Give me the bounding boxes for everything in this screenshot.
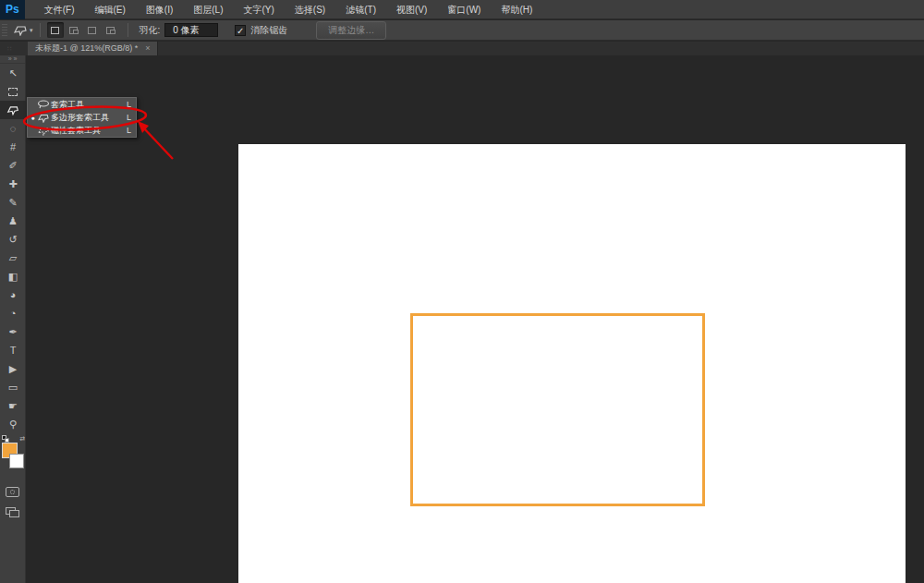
- zoom-icon: ⚲: [9, 419, 17, 431]
- eraser-icon: ▱: [9, 252, 17, 264]
- lasso-icon: [36, 100, 51, 109]
- canvas-workspace[interactable]: [26, 55, 924, 583]
- feather-input[interactable]: [164, 23, 218, 37]
- gradient-icon: ◧: [8, 271, 18, 283]
- brush-tool[interactable]: ✎: [0, 193, 26, 212]
- quick-selection-tool[interactable]: ◌: [0, 119, 26, 138]
- blur-icon: ◕: [10, 289, 17, 300]
- path-selection-tool[interactable]: ▶: [0, 359, 26, 378]
- type-icon: T: [10, 345, 17, 356]
- menu-image[interactable]: 图像(I): [136, 0, 183, 19]
- menu-layer[interactable]: 图层(L): [183, 0, 233, 19]
- eraser-tool[interactable]: ▱: [0, 249, 26, 267]
- menu-item-label: 套索工具: [51, 99, 127, 111]
- move-tool[interactable]: ↖: [0, 64, 26, 82]
- hand-icon: ☛: [8, 400, 18, 412]
- photoshop-logo: Ps: [0, 0, 25, 19]
- document-title: 未标题-1 @ 121%(RGB/8) *: [35, 42, 138, 55]
- toolbar-collapse-button[interactable]: » »: [0, 55, 25, 64]
- crop-tool[interactable]: #: [0, 138, 26, 156]
- polygonal-lasso-icon: [13, 24, 28, 36]
- menu-window[interactable]: 窗口(W): [437, 0, 491, 19]
- shortcut-key: L: [127, 126, 134, 135]
- options-bar-grip: [2, 24, 7, 37]
- document-tab[interactable]: 未标题-1 @ 121%(RGB/8) * ×: [28, 42, 158, 55]
- menu-item-polygonal-lasso-tool[interactable]: ● 多边形套索工具 L: [28, 111, 136, 124]
- menu-select[interactable]: 选择(S): [285, 0, 335, 19]
- menu-edit[interactable]: 编辑(E): [84, 0, 135, 19]
- polygonal-selection-rectangle: [410, 313, 705, 506]
- selected-bullet: ●: [30, 115, 36, 121]
- shortcut-key: L: [127, 113, 134, 122]
- new-selection-button[interactable]: [47, 22, 64, 38]
- quick-selection-icon: ◌: [10, 123, 17, 134]
- path-selection-icon: ▶: [9, 363, 17, 375]
- menu-item-lasso-tool[interactable]: ● 套索工具 L: [28, 98, 136, 111]
- feather-label: 羽化:: [140, 24, 161, 37]
- brush-icon: ✎: [8, 197, 17, 209]
- dock-grip: ∷: [7, 45, 12, 53]
- crop-icon: #: [10, 141, 16, 152]
- photoshop-window: Ps 文件(F) 编辑(E) 图像(I) 图层(L) 文字(Y) 选择(S) 滤…: [0, 0, 924, 583]
- background-color-swatch[interactable]: [9, 454, 24, 468]
- healing-brush-icon: ✚: [8, 178, 17, 190]
- eyedropper-icon: ✐: [8, 160, 17, 172]
- refine-edge-button[interactable]: 调整边缘…: [316, 21, 386, 40]
- divider: [40, 23, 41, 37]
- quick-mask-icon: [10, 490, 15, 494]
- dodge-icon: ◔: [10, 308, 17, 319]
- pen-tool[interactable]: ✒: [0, 322, 26, 341]
- tool-preset-picker[interactable]: ▾: [13, 24, 33, 36]
- clone-stamp-icon: ♟: [8, 215, 18, 227]
- tools-panel: » » ↖ ◌ # ✐ ✚ ✎ ♟ ↺ ▱ ◧ ◕ ◔ ✒ T ▶ ▭ ☛ ⚲ …: [0, 55, 26, 583]
- new-selection-icon: [51, 27, 59, 34]
- rectangular-marquee-tool[interactable]: [0, 82, 26, 101]
- move-tool-icon: ↖: [8, 67, 17, 79]
- marquee-icon: [8, 88, 18, 96]
- swap-colors-icon[interactable]: ⇄: [19, 435, 25, 443]
- document-tab-strip: ∷ 未标题-1 @ 121%(RGB/8) * ×: [0, 42, 924, 55]
- menu-item-label: 磁性套索工具: [51, 125, 127, 137]
- menu-item-label: 多边形套索工具: [51, 112, 127, 124]
- screen-mode-button[interactable]: [6, 507, 19, 517]
- add-to-selection-button[interactable]: [66, 22, 82, 38]
- gradient-tool[interactable]: ◧: [0, 267, 26, 285]
- polygonal-lasso-icon: [36, 113, 51, 123]
- menu-view[interactable]: 视图(V): [386, 0, 437, 19]
- shortcut-key: L: [127, 100, 134, 109]
- antialias-checkbox[interactable]: ✓: [235, 25, 246, 36]
- magnetic-lasso-icon: [36, 126, 51, 136]
- chevron-down-icon: ▾: [30, 27, 33, 34]
- quick-mask-button[interactable]: [6, 487, 19, 497]
- eyedropper-tool[interactable]: ✐: [0, 156, 26, 175]
- type-tool[interactable]: T: [0, 341, 26, 359]
- polygonal-lasso-icon: [6, 104, 19, 115]
- blur-tool[interactable]: ◕: [0, 285, 26, 304]
- menu-type[interactable]: 文字(Y): [234, 0, 285, 19]
- menu-filter[interactable]: 滤镜(T): [335, 0, 386, 19]
- zoom-tool[interactable]: ⚲: [0, 415, 26, 433]
- intersect-selection-button[interactable]: [103, 22, 119, 38]
- menu-file[interactable]: 文件(F): [34, 0, 85, 19]
- clone-stamp-tool[interactable]: ♟: [0, 212, 26, 230]
- document-canvas[interactable]: [238, 144, 906, 583]
- subtract-selection-icon: [88, 27, 96, 34]
- antialias-label: 消除锯齿: [250, 24, 287, 37]
- history-brush-icon: ↺: [8, 234, 17, 246]
- close-icon[interactable]: ×: [145, 42, 150, 55]
- spot-healing-brush-tool[interactable]: ✚: [0, 175, 26, 193]
- rectangle-icon: ▭: [8, 382, 18, 394]
- divider: [128, 23, 128, 37]
- screen-mode-icon: [9, 510, 19, 517]
- menu-help[interactable]: 帮助(H): [491, 0, 542, 19]
- polygonal-lasso-tool[interactable]: [0, 101, 26, 119]
- dodge-tool[interactable]: ◔: [0, 304, 26, 322]
- history-brush-tool[interactable]: ↺: [0, 230, 26, 249]
- hand-tool[interactable]: ☛: [0, 396, 26, 415]
- color-swatches: ⇄: [0, 435, 26, 476]
- subtract-from-selection-button[interactable]: [84, 22, 101, 38]
- rectangle-tool[interactable]: ▭: [0, 378, 26, 396]
- menu-item-magnetic-lasso-tool[interactable]: ● 磁性套索工具 L: [28, 124, 136, 137]
- pen-icon: ✒: [8, 326, 17, 338]
- menu-bar: Ps 文件(F) 编辑(E) 图像(I) 图层(L) 文字(Y) 选择(S) 滤…: [0, 0, 924, 19]
